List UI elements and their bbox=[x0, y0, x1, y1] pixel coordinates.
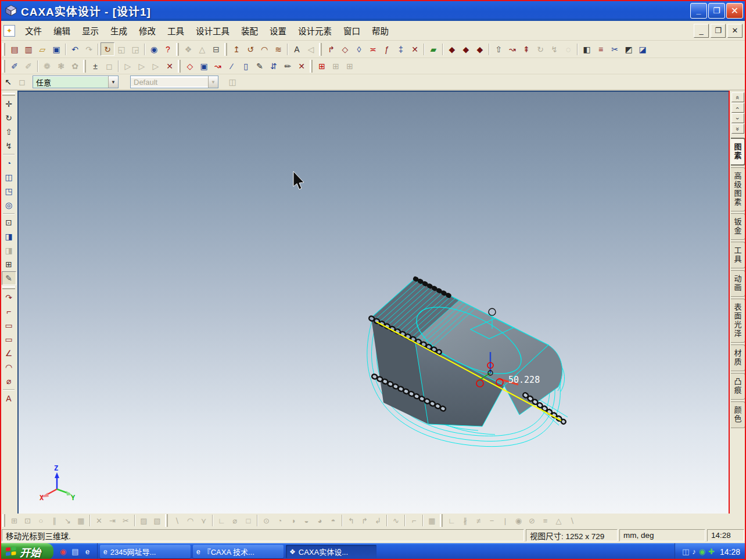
mirror-plane-button[interactable]: ⇵ bbox=[267, 59, 281, 73]
tray-shield-icon[interactable]: ◉ bbox=[699, 547, 705, 556]
walk-view-button[interactable]: ⇧ bbox=[2, 125, 16, 139]
display-mode-button[interactable]: ⊡ bbox=[2, 216, 16, 229]
catalog-tab-7[interactable]: 材质 bbox=[731, 344, 745, 371]
outline-cube-button[interactable]: ◪ bbox=[636, 42, 650, 56]
catalog-tab-4[interactable]: 工具 bbox=[731, 242, 745, 268]
toolbar-grip[interactable] bbox=[83, 60, 86, 73]
menu-item-9[interactable]: 设置 bbox=[264, 22, 292, 39]
render-button[interactable]: ⊟ bbox=[209, 42, 223, 56]
undo-button[interactable]: ↶ bbox=[68, 42, 82, 56]
toolbar-grip[interactable] bbox=[440, 514, 443, 527]
quick-launch-media-icon[interactable]: ▤ bbox=[70, 547, 80, 557]
menu-item-5[interactable]: 修改 bbox=[134, 22, 161, 39]
smart-motion-button[interactable]: ↺ bbox=[243, 42, 257, 56]
raise-part-button[interactable]: ↥ bbox=[229, 42, 243, 56]
boolean-cube-button[interactable]: ◧ bbox=[580, 42, 594, 56]
mdi-minimize-button[interactable]: _ bbox=[694, 24, 709, 38]
catalog-tab-3[interactable]: 钣金 bbox=[731, 213, 745, 240]
split-part-button[interactable]: ✂ bbox=[608, 42, 622, 56]
plusminus-part-button[interactable]: ± bbox=[88, 59, 102, 73]
zoom-window-button[interactable]: ◫ bbox=[2, 170, 16, 184]
new-design-button[interactable]: ▤ bbox=[8, 42, 21, 56]
toolbar-grip[interactable] bbox=[176, 43, 179, 56]
shell-tool-button[interactable]: ≋ bbox=[271, 42, 285, 56]
render-style2-button[interactable]: ◆ bbox=[459, 42, 473, 56]
measure-curve-button[interactable]: ↷ bbox=[2, 290, 16, 304]
measure-diameter-button[interactable]: ⌀ bbox=[2, 374, 16, 388]
fly-view-button[interactable]: ↯ bbox=[2, 139, 16, 153]
measure-radius-button[interactable]: ◠ bbox=[2, 360, 16, 374]
catalog-tab-5[interactable]: 动画 bbox=[731, 270, 745, 297]
tray-network-icon[interactable]: ◫ bbox=[682, 547, 689, 556]
catalog-tab-1[interactable]: 图素 bbox=[731, 138, 745, 166]
sketch-plane-button[interactable]: ◊ bbox=[352, 42, 366, 56]
curve-tool-button[interactable]: ◠ bbox=[257, 42, 271, 56]
section-view-button[interactable]: ▯ bbox=[239, 59, 253, 73]
3d-model[interactable] bbox=[19, 92, 729, 514]
catalog-tab-6[interactable]: 表面光泽 bbox=[731, 299, 745, 343]
open-button[interactable]: ▱ bbox=[35, 42, 49, 56]
function-curve-button[interactable]: ƒ bbox=[380, 42, 394, 56]
menu-item-8[interactable]: 装配 bbox=[236, 22, 263, 39]
bom-table-button[interactable]: ⊞ bbox=[315, 59, 329, 73]
menu-item-12[interactable]: 帮助 bbox=[367, 22, 394, 39]
maximize-restore-button[interactable]: ❐ bbox=[708, 3, 725, 19]
render-style-button[interactable]: ◆ bbox=[445, 42, 459, 56]
3d-viewport[interactable]: 50.228 X Y Z bbox=[17, 91, 729, 514]
mdi-restore-button[interactable]: ❐ bbox=[711, 24, 726, 38]
menu-item-6[interactable]: 工具 bbox=[162, 22, 189, 39]
close-button[interactable]: ✕ bbox=[726, 3, 743, 19]
edit-cylinder-button[interactable]: ✏ bbox=[281, 59, 295, 73]
catalog-tab-9[interactable]: 颜色 bbox=[731, 401, 745, 428]
catalog-tab-2[interactable]: 高级图素 bbox=[731, 167, 745, 211]
mdi-close-button[interactable]: ✕ bbox=[727, 24, 743, 38]
multi-view-button[interactable]: ⊞ bbox=[2, 257, 16, 271]
delete-feature-button[interactable]: ✕ bbox=[295, 59, 309, 73]
extract-plane-button[interactable]: ∕ bbox=[225, 59, 239, 73]
polygon-sketch-button[interactable]: ◇ bbox=[183, 59, 197, 73]
surface-patch-button[interactable]: ▰ bbox=[426, 42, 440, 56]
tab-scroll-last-button[interactable]: » bbox=[731, 124, 744, 134]
tray-volume-icon[interactable]: ♪ bbox=[692, 547, 696, 556]
filled-sketch-button[interactable]: ▣ bbox=[197, 59, 211, 73]
smart-dimension-button[interactable]: ‡ bbox=[394, 42, 408, 56]
extrude-feature-button[interactable]: ⇧ bbox=[492, 42, 505, 56]
tab-scroll-next-button[interactable]: › bbox=[731, 113, 744, 123]
eyedropper-button[interactable]: ✐ bbox=[8, 59, 21, 73]
wireframe-toggle-button[interactable]: ✎ bbox=[2, 271, 16, 285]
select-button[interactable]: ↖ bbox=[1, 76, 15, 89]
context-help-button[interactable]: ? bbox=[161, 42, 175, 56]
new-drawing-button[interactable]: ▥ bbox=[21, 42, 35, 56]
taskbar-task-3[interactable]: ❖CAXA实体设... bbox=[286, 545, 376, 558]
extrude-sketch-button[interactable]: ≍ bbox=[366, 42, 380, 56]
menu-item-2[interactable]: 编辑 bbox=[48, 22, 76, 39]
toolbar-grip[interactable] bbox=[2, 60, 5, 73]
toolbar-grip[interactable] bbox=[2, 43, 5, 56]
stack-feature-button[interactable]: ≡ bbox=[594, 42, 608, 56]
toolbar-grip[interactable] bbox=[2, 286, 15, 289]
erase-style-button[interactable]: ✕ bbox=[163, 59, 177, 73]
toolbar-grip[interactable] bbox=[224, 43, 227, 56]
zoom-button[interactable]: ◔ bbox=[2, 156, 16, 170]
toolbar-grip[interactable] bbox=[2, 93, 15, 96]
menu-item-1[interactable]: 文件 bbox=[20, 22, 47, 39]
minimize-button[interactable]: _ bbox=[690, 3, 707, 19]
sketch-2d-button[interactable]: ◇ bbox=[338, 42, 352, 56]
annotation-button[interactable]: A bbox=[2, 392, 16, 405]
toolbar-grip[interactable] bbox=[310, 60, 313, 73]
menu-item-4[interactable]: 生成 bbox=[105, 22, 132, 39]
measure-distance-button[interactable]: ▭ bbox=[2, 332, 16, 346]
quick-launch-ie-icon[interactable]: e bbox=[83, 547, 92, 557]
menu-item-10[interactable]: 设计元素 bbox=[293, 22, 337, 39]
menu-item-7[interactable]: 设计工具 bbox=[191, 22, 235, 39]
selection-filter-combo[interactable]: 任意 ▼ bbox=[33, 76, 119, 88]
cancel-sketch-button[interactable]: ✕ bbox=[408, 42, 422, 56]
edit-solid-button[interactable]: ✎ bbox=[253, 59, 267, 73]
measure-corner-button[interactable]: ⌐ bbox=[2, 304, 16, 318]
sweep-feature-button[interactable]: ↝ bbox=[505, 42, 519, 56]
catalog-tab-8[interactable]: 凸痕 bbox=[731, 373, 745, 400]
hatch-cube-button[interactable]: ◩ bbox=[622, 42, 636, 56]
pan-view-button[interactable]: ✛ bbox=[2, 97, 16, 111]
curve-3d-button[interactable]: ↝ bbox=[211, 59, 225, 73]
render-style3-button[interactable]: ◆ bbox=[473, 42, 487, 56]
